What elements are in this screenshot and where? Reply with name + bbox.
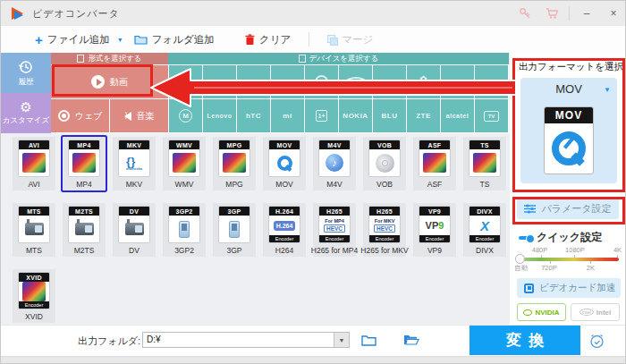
m4v-file-icon: M4V♪ [318, 140, 351, 177]
tab-device-motorola-logo[interactable]: M [169, 99, 202, 132]
path-dropdown-button[interactable]: ▼ [334, 333, 349, 347]
tab-device-hidden-logo[interactable] [271, 65, 304, 98]
tab-device-oval-logo[interactable] [339, 65, 372, 98]
format-tile-xvid[interactable]: XVIDEncoderXVID [13, 269, 55, 323]
convert-button[interactable]: 変換 [470, 326, 580, 355]
format-tile-ts[interactable]: TSTS [463, 137, 506, 190]
format-tile-m4v[interactable]: M4V♪M4V [313, 137, 356, 190]
gpu-acceleration-label: ビデオカード加速 [539, 282, 615, 294]
tab-device-blu-logo[interactable]: BLU [373, 99, 406, 132]
close-button[interactable]: × [600, 1, 626, 26]
format-tile-m2ts[interactable]: M2TSM2TS [63, 203, 106, 257]
format-tile-mpg[interactable]: MPGMPG [213, 137, 256, 190]
format-tile-divx[interactable]: DIVXXEncoderDIVX [463, 203, 506, 257]
tab-device-oneplus-logo[interactable]: 1+ [305, 99, 338, 132]
tab-device-zte-logo[interactable]: ZTE [407, 99, 440, 132]
m2ts-file-icon: M2TS [68, 206, 100, 243]
format-tile-mp4[interactable]: MP4MP4 [63, 137, 106, 190]
tab-device-htc-logo[interactable]: hTC [237, 99, 270, 132]
format-tile-label: VOB [376, 180, 393, 189]
browse-folder-button[interactable] [359, 331, 378, 349]
tab-device-nokia-logo[interactable]: NOKIA [339, 99, 372, 132]
selected-format-value: MOV [520, 82, 617, 96]
xvid-file-icon: XVIDEncoder [18, 272, 50, 309]
tab-device-honor-logo[interactable]: honor [441, 65, 474, 98]
format-tile-h265mkv[interactable]: H265For MKVHEVCEncoderH265 for MKV [363, 203, 406, 257]
output-path-combobox[interactable]: D:¥ ▼ [142, 332, 350, 348]
format-tile-label: 3GP [226, 246, 241, 255]
tab-device-apple-logo[interactable] [169, 65, 202, 98]
minimize-button[interactable]: – [573, 1, 600, 26]
format-tile-asf[interactable]: ASFASF [413, 137, 456, 190]
3gp-file-icon: 3GP [218, 206, 250, 243]
sidebar-item-history[interactable]: 履歴 [1, 53, 51, 93]
parameter-settings-button[interactable]: パラメータ設定 [517, 198, 619, 219]
output-format-panel[interactable]: MOV ▼ MOV [520, 78, 617, 183]
tab-device-hidden-logo[interactable] [237, 65, 270, 98]
format-tile-h264[interactable]: H.264H.264EncoderH264 [263, 203, 306, 257]
add-file-dropdown-icon[interactable]: ▼ [117, 37, 123, 43]
schedule-timer-button[interactable] [587, 332, 606, 350]
add-folder-button[interactable]: フォルダ追加 [129, 26, 220, 53]
titlebar-separator [569, 6, 570, 21]
format-tile-dv[interactable]: DVDV [113, 203, 156, 257]
sidebar-item-customize[interactable]: ⚙ カスタマイズ [1, 93, 51, 133]
add-file-button[interactable]: + ファイル追加 [30, 26, 115, 53]
tab-device-lenovo-logo[interactable]: Lenovo [203, 99, 236, 132]
format-tile-mkv[interactable]: MKV{}matroskaMKV [113, 137, 156, 190]
tab-device-huawei-logo[interactable]: ✿HUAWEI [407, 65, 440, 98]
format-tile-label: MTS [26, 246, 42, 255]
format-tile-label: M2TS [74, 246, 95, 255]
gpu-acceleration-toggle[interactable]: ビデオカード加速 [517, 278, 621, 298]
tab-music-format[interactable]: 音楽 [110, 99, 168, 132]
h265mkv-file-icon: H265For MKVHEVCEncoder [368, 206, 401, 243]
format-tile-label: VP9 [427, 246, 442, 255]
store-cart-icon[interactable] [538, 1, 565, 26]
quick-settings-label: クイック設定 [537, 230, 602, 245]
tab-device-mi-logo[interactable]: mi [271, 99, 304, 132]
tab-device-round-logo[interactable] [305, 65, 338, 98]
history-icon [18, 59, 34, 75]
slider-icon [519, 236, 531, 240]
parameter-settings-label: パラメータ設定 [541, 202, 611, 216]
format-tile-wmv[interactable]: WMVWMV [163, 137, 206, 190]
nvidia-button[interactable]: NVIDIA [517, 303, 566, 321]
folder-plus-icon [134, 34, 148, 45]
tab-device-asus-logo[interactable]: ASUS [475, 65, 508, 98]
quicktime-logo [552, 131, 586, 165]
blu-logo-icon: BLU [382, 112, 398, 120]
tab-device-alcatel-logo[interactable]: alcatel [441, 99, 474, 132]
format-tile-label: MP4 [76, 180, 91, 189]
format-tile-vp9[interactable]: VP9VP9EncoderVP9 [413, 203, 456, 257]
tab-video-format[interactable]: 動画 [51, 65, 168, 98]
register-key-icon[interactable] [512, 1, 538, 26]
format-tile-vob[interactable]: VOBVOB [363, 137, 406, 190]
format-grid: AVIAVIMP4MP4MKV{}matroskaMKVWMVWMVMPGMPG… [1, 133, 509, 325]
lenovo-logo-icon: Lenovo [207, 113, 233, 119]
format-tile-avi[interactable]: AVIAVI [13, 137, 55, 190]
format-tile-mov[interactable]: MOVMOV [263, 137, 306, 190]
add-folder-label: フォルダ追加 [152, 33, 215, 47]
app-title: ビデオコンバータ [32, 7, 120, 21]
open-output-folder-button[interactable] [402, 331, 421, 349]
merge-button[interactable]: マージ [322, 26, 378, 53]
format-tile-3gp[interactable]: 3GP3GP [213, 203, 256, 257]
slider-thumb[interactable] [515, 254, 525, 264]
asus-logo-icon: ASUS [480, 78, 502, 86]
intel-button[interactable]: intel Intel [571, 303, 620, 321]
tab-device-sony-logo[interactable]: SONY [373, 65, 406, 98]
tab-device-tv-logo[interactable]: TV [475, 99, 508, 132]
tab-device-hidden-logo[interactable] [203, 65, 236, 98]
clear-button[interactable]: クリア [240, 26, 296, 53]
chevron-down-icon[interactable]: ▼ [604, 86, 611, 94]
plus-icon: + [35, 33, 43, 47]
tab-web-format[interactable]: ウェブ [51, 99, 109, 132]
format-tile-label: DIVX [476, 246, 494, 255]
slider-track[interactable] [519, 258, 619, 261]
format-tile-mts[interactable]: MTSMTS [13, 203, 55, 257]
slider-label-480P: 480P [532, 246, 548, 254]
sliders-icon [524, 204, 536, 214]
format-tile-3gp2[interactable]: 3GP23GP2 [163, 203, 206, 257]
format-tile-h265mp4[interactable]: H265For MP4HEVCEncoderH265 for MP4 [313, 203, 356, 257]
bottom-bar: 出力フォルダ: D:¥ ▼ 変換 [1, 325, 626, 356]
